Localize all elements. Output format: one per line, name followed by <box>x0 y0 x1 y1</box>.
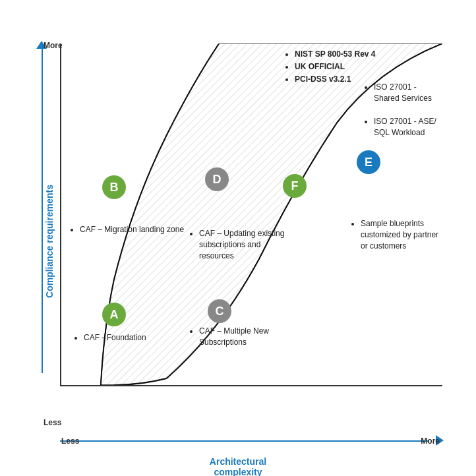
y-less-label: Less <box>44 418 61 427</box>
caf-migration-annotation: CAF – Migration landing zone <box>71 224 184 237</box>
caf-multiple-annotation: CAF – Multiple New Subscriptions <box>190 326 285 349</box>
caf-updating-annotation: CAF – Updating existing subscriptions an… <box>190 228 295 262</box>
main-container: Compliance requirements Architectural co… <box>0 0 476 476</box>
sample-blueprints-annotation: Sample blueprints customized by partner … <box>351 218 442 253</box>
x-axis-line <box>60 440 429 442</box>
badge-c: C <box>208 299 231 323</box>
plot-area: A B C D E F CAF - Foundat <box>60 44 442 386</box>
top-right-list-annotation: NIST SP 800-53 Rev 4 UK OFFICIAL PCI-DSS… <box>285 49 376 86</box>
y-axis-line <box>42 44 43 373</box>
badge-d: D <box>205 167 229 191</box>
badge-e: E <box>357 150 380 174</box>
chart-container: Compliance requirements Architectural co… <box>27 37 449 446</box>
y-axis-label: Compliance requirements <box>44 185 55 298</box>
badge-b: B <box>102 175 126 199</box>
iso-shared-annotation: ISO 27001 - Shared Services <box>365 82 442 105</box>
x-more-label: More <box>421 436 440 446</box>
badge-f: F <box>283 174 307 198</box>
x-axis-label: Architectural complexity <box>210 456 266 476</box>
badge-a: A <box>102 303 126 326</box>
iso-ase-annotation: ISO 27001 - ASE/ SQL Workload <box>365 116 442 140</box>
caf-foundation-annotation: CAF - Foundation <box>74 332 146 345</box>
x-less-label: Less <box>61 436 79 446</box>
